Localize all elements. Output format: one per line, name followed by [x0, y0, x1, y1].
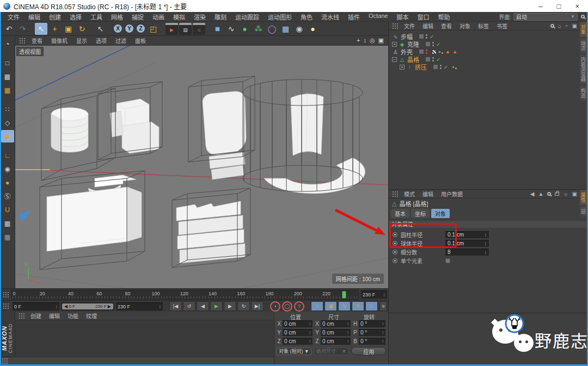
visibility-dots[interactable]	[432, 57, 434, 61]
object-manager-menu-item[interactable]: 标签	[474, 22, 493, 30]
viewport-menu-item[interactable]: 查看	[27, 36, 47, 45]
key-rotation-icon[interactable]: ↻	[338, 301, 351, 311]
menu-item[interactable]: 运动图形	[264, 13, 296, 21]
points-mode-icon[interactable]: ∷	[1, 103, 14, 115]
attribute-menu-item[interactable]: 编辑	[419, 190, 437, 198]
value-field[interactable]: 8↕	[445, 249, 489, 256]
attribute-tab[interactable]: 基本	[391, 209, 409, 218]
enabled-check-icon[interactable]: ✓	[436, 57, 440, 63]
menu-item[interactable]: 渲染	[189, 13, 210, 21]
drag-grip[interactable]	[19, 313, 25, 319]
menu-item[interactable]: 网格	[107, 13, 127, 21]
play-icon[interactable]: ▶	[210, 301, 223, 311]
rotation-field[interactable]: 0 °↕	[359, 338, 385, 345]
material-menu-item[interactable]: 编辑	[45, 312, 64, 320]
menu-item[interactable]: 插件	[344, 13, 364, 21]
menu-item[interactable]: 流水线	[317, 13, 344, 21]
texture-mode-icon[interactable]: ▩	[1, 70, 14, 83]
separator[interactable]	[30, 23, 34, 35]
reset-dot-icon[interactable]	[393, 250, 397, 255]
workplane-lock-icon[interactable]: ▦	[1, 217, 14, 229]
add-spline-icon[interactable]: ∿	[225, 23, 237, 35]
redo-icon[interactable]: ↷	[16, 23, 29, 35]
phong-tag-icon[interactable]	[452, 66, 454, 68]
viewport-menu-item[interactable]: 显示	[72, 36, 91, 45]
separator[interactable]	[108, 23, 112, 35]
key-pla-icon[interactable]: ∷	[365, 301, 378, 311]
value-field[interactable]: 0.1 cm↕	[445, 240, 489, 247]
keyframe-presets-icon[interactable]: ≡	[379, 301, 387, 311]
menu-item[interactable]: 窗口	[413, 13, 433, 21]
add-cube-icon[interactable]: ■	[211, 23, 224, 35]
object-row[interactable]: ♙ 外壳 ▲ ▲	[392, 48, 588, 55]
object-manager-menu-item[interactable]: 书签	[493, 22, 511, 30]
interface-dropdown[interactable]: 启动▼	[513, 13, 578, 21]
drag-grip[interactable]	[19, 38, 26, 44]
keyframe-options-icon[interactable]: ?	[294, 301, 304, 312]
minus-icon[interactable]: −	[565, 23, 568, 29]
play-backwards-icon[interactable]: ↺	[183, 301, 195, 311]
maximize-button[interactable]: □	[557, 2, 561, 10]
expander-icon[interactable]: −	[392, 57, 397, 62]
separator[interactable]	[206, 23, 210, 35]
add-camera-icon[interactable]: ◉	[293, 23, 305, 35]
prev-frame-icon[interactable]: ◀	[197, 301, 209, 311]
reset-dot-icon[interactable]	[393, 258, 397, 263]
warning-tag-icon[interactable]: ▲	[452, 49, 457, 54]
close-button[interactable]: ×	[575, 2, 579, 10]
orbit-icon[interactable]: ◎	[370, 37, 375, 44]
coord-system-icon[interactable]: ◰	[147, 23, 160, 35]
enabled-check-icon[interactable]: ✓	[430, 34, 434, 40]
material-menu-item[interactable]: 创建	[27, 312, 45, 320]
viewport-canvas[interactable]: Y X	[15, 46, 388, 288]
play-forwards-icon[interactable]: ↻	[237, 301, 250, 311]
viewport[interactable]: 查看摄像机显示选项过滤面板 +↕◎▣ 透视视图	[15, 36, 388, 288]
scale-icon[interactable]: ▣	[62, 23, 75, 35]
attribute-tab[interactable]: 对象	[431, 209, 450, 218]
render-picture-icon[interactable]: ▤	[179, 23, 192, 35]
rotate-icon[interactable]: ↻	[76, 23, 88, 35]
viewport-solo-icon[interactable]: ●	[1, 176, 14, 189]
menu-item[interactable]: 捕捉	[127, 13, 148, 21]
menu-item[interactable]: 编辑	[24, 13, 45, 21]
panel-icon[interactable]: ▣	[572, 23, 577, 29]
layer-chip[interactable]	[419, 34, 424, 39]
attribute-menu-item[interactable]: 模式	[400, 190, 419, 198]
frame-range-slider[interactable]: ◀ 0 F230 F ▶	[61, 302, 114, 311]
texture-tag-icon[interactable]	[432, 49, 437, 54]
value-field[interactable]: 0.1 cm↕	[445, 231, 489, 238]
gap[interactable]	[1, 97, 14, 102]
object-row[interactable]: ∿ 步幅 ✓	[392, 33, 588, 40]
menu-item[interactable]: 创建	[45, 13, 65, 21]
menu-item[interactable]: 运动跟踪	[231, 13, 264, 21]
key-parameter-icon[interactable]: P	[352, 301, 364, 311]
polygons-mode-icon[interactable]: ◆	[1, 130, 14, 142]
gear-icon[interactable]: ☼	[563, 191, 568, 197]
back-icon[interactable]: ◀	[530, 191, 535, 197]
object-row[interactable]: − △ 晶格 ✓	[392, 55, 588, 63]
panel-icon[interactable]: ▣	[572, 191, 577, 197]
add-light-icon[interactable]: ●	[307, 23, 319, 35]
drag-grip[interactable]	[392, 23, 399, 29]
render-settings-icon[interactable]: ☼	[193, 23, 205, 35]
object-label[interactable]: 挤压	[415, 63, 427, 71]
move-icon[interactable]: +	[48, 23, 61, 35]
last-tool-icon[interactable]: ↖	[94, 23, 107, 35]
next-frame-icon[interactable]: ▶	[224, 301, 236, 311]
lock-z-icon[interactable]: Z	[136, 23, 146, 34]
object-manager-menu-item[interactable]: 编辑	[419, 22, 437, 30]
coord-mode-dropdown[interactable]: 对象 (相对)▼	[277, 348, 311, 355]
drag-grip[interactable]	[392, 191, 399, 197]
object-manager-menu-item[interactable]: 文件	[400, 22, 419, 30]
home-icon[interactable]: ⌂	[558, 23, 561, 29]
search-icon[interactable]	[547, 192, 551, 196]
minimize-button[interactable]: –	[538, 2, 542, 10]
key-position-icon[interactable]: +	[311, 301, 323, 311]
drag-grip[interactable]	[2, 358, 8, 364]
zoom-icon[interactable]: ↕	[363, 37, 366, 44]
add-environment-icon[interactable]: ▦	[279, 23, 292, 35]
size-field[interactable]: 0 cm↕	[321, 320, 351, 327]
size-mode-dropdown[interactable]: 绝对尺寸▼	[314, 348, 349, 355]
current-frame-field[interactable]: 0 F↕	[13, 302, 59, 311]
visibility-dots[interactable]	[426, 34, 427, 39]
